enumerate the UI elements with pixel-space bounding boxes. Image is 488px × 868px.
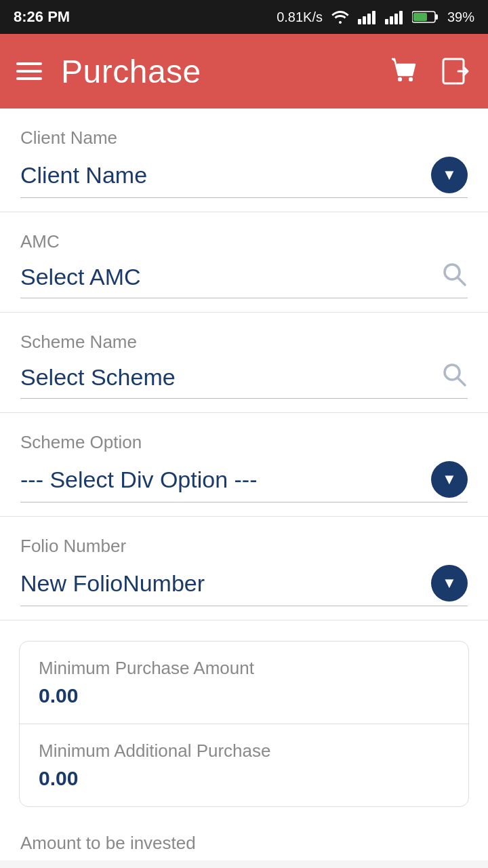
amc-value: Select AMC: [20, 264, 141, 290]
folio-number-section: Folio Number New FolioNumber ▼: [0, 517, 488, 620]
svg-rect-0: [358, 19, 361, 24]
min-purchase-value: 0.00: [39, 684, 449, 707]
svg-rect-6: [394, 14, 398, 24]
svg-line-19: [458, 378, 465, 385]
amc-row: Select AMC: [20, 260, 468, 298]
svg-rect-7: [399, 11, 403, 24]
toolbar-right: [388, 55, 472, 87]
scheme-name-label: Scheme Name: [20, 332, 468, 353]
signal-icon-2: [385, 9, 404, 24]
toolbar: Purchase: [0, 34, 488, 108]
min-additional-value: 0.00: [39, 767, 449, 790]
status-bar: 8:26 PM 0.81K/s 39%: [0, 0, 488, 34]
content-area: Client Name Client Name ▼ AMC Select AMC…: [0, 108, 488, 861]
svg-rect-9: [435, 14, 438, 20]
logout-icon[interactable]: [439, 55, 472, 87]
svg-point-14: [409, 77, 413, 81]
min-additional-row: Minimum Additional Purchase 0.00: [20, 724, 468, 806]
folio-number-dropdown-btn[interactable]: ▼: [431, 565, 468, 601]
svg-rect-5: [390, 16, 393, 24]
scheme-option-row: --- Select Div Option --- ▼: [20, 461, 468, 502]
svg-rect-3: [372, 11, 375, 24]
svg-rect-1: [363, 16, 366, 24]
network-speed: 0.81K/s: [277, 9, 323, 25]
scheme-search-icon[interactable]: [441, 361, 468, 394]
chevron-down-icon-3: ▼: [442, 576, 457, 591]
page-title: Purchase: [61, 53, 201, 90]
svg-line-17: [458, 277, 465, 285]
amc-search-icon[interactable]: [441, 260, 468, 294]
scheme-option-value: --- Select Div Option ---: [20, 467, 258, 493]
folio-number-value: New FolioNumber: [20, 570, 205, 597]
client-name-section: Client Name Client Name ▼: [0, 108, 488, 212]
client-name-label: Client Name: [20, 127, 468, 149]
svg-rect-2: [367, 14, 371, 24]
client-name-dropdown-btn[interactable]: ▼: [431, 157, 468, 193]
amount-label: Amount to be invested: [20, 833, 468, 854]
svg-rect-4: [385, 19, 388, 24]
amc-label: AMC: [20, 231, 468, 252]
scheme-option-label: Scheme Option: [20, 432, 468, 453]
info-card: Minimum Purchase Amount 0.00 Minimum Add…: [19, 641, 469, 807]
toolbar-left: Purchase: [16, 53, 201, 90]
scheme-name-row: Select Scheme: [20, 361, 468, 399]
signal-icon: [358, 9, 377, 24]
scheme-name-value: Select Scheme: [20, 364, 176, 391]
svg-point-13: [398, 77, 402, 81]
folio-number-label: Folio Number: [20, 536, 468, 557]
chevron-down-icon-2: ▼: [442, 472, 457, 487]
battery-percent: 39%: [447, 9, 474, 25]
amc-section: AMC Select AMC: [0, 212, 488, 313]
amount-section: Amount to be invested: [0, 814, 488, 861]
folio-number-row: New FolioNumber ▼: [20, 565, 468, 606]
scheme-option-section: Scheme Option --- Select Div Option --- …: [0, 413, 488, 517]
wifi-icon: [331, 9, 350, 24]
min-purchase-label: Minimum Purchase Amount: [39, 658, 449, 679]
battery-icon: [412, 10, 439, 24]
svg-rect-10: [413, 13, 427, 21]
client-name-row: Client Name ▼: [20, 157, 468, 198]
scheme-name-section: Scheme Name Select Scheme: [0, 313, 488, 413]
status-right: 0.81K/s 39%: [277, 9, 474, 25]
chevron-down-icon: ▼: [442, 167, 457, 182]
status-time: 8:26 PM: [14, 8, 70, 26]
min-additional-label: Minimum Additional Purchase: [39, 741, 449, 762]
cart-icon[interactable]: [388, 55, 420, 87]
scheme-option-dropdown-btn[interactable]: ▼: [431, 461, 468, 498]
hamburger-menu[interactable]: [16, 62, 42, 80]
client-name-value: Client Name: [20, 162, 147, 189]
min-purchase-row: Minimum Purchase Amount 0.00: [20, 642, 468, 724]
